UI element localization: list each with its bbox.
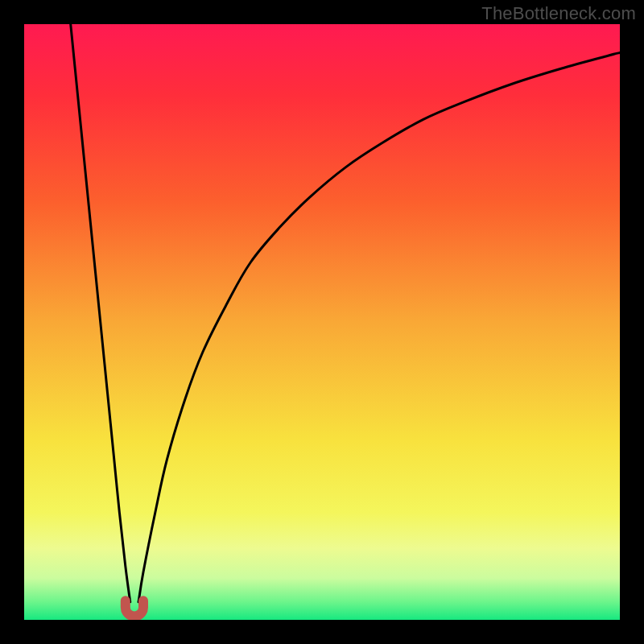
gradient-background	[24, 24, 620, 620]
chart-frame: TheBottleneck.com	[0, 0, 644, 644]
watermark-text: TheBottleneck.com	[481, 3, 636, 24]
bottleneck-chart	[24, 24, 620, 620]
